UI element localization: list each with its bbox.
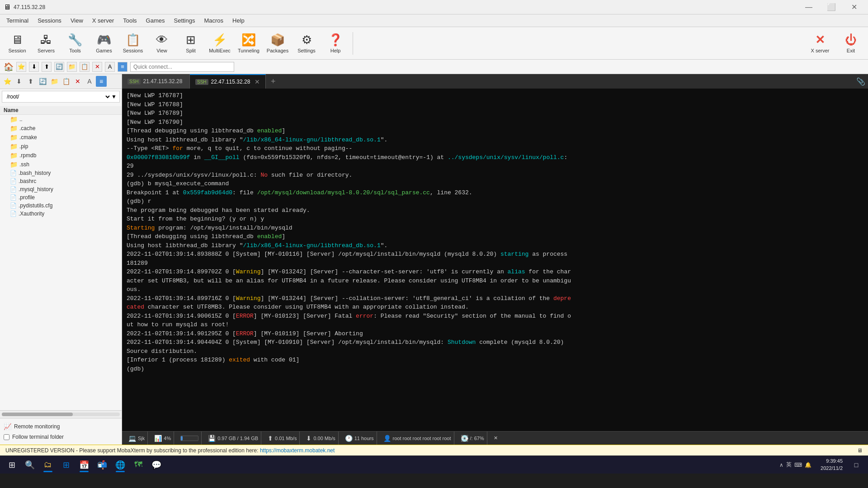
toolbar-view[interactable]: 👁 View (148, 30, 175, 57)
servers-icon: 🖧 (40, 33, 52, 47)
sidebar-star-btn[interactable]: ⭐ (2, 76, 13, 87)
toolbar-settings[interactable]: ⚙ Settings (293, 30, 320, 57)
tree-item-label: .. (19, 116, 23, 122)
status-cpu-bar (178, 432, 202, 445)
taskbar-calendar[interactable]: 📅 (76, 457, 92, 473)
status-close[interactable]: ✕ (491, 432, 500, 445)
tree-item-ssh[interactable]: 📁 .ssh (0, 160, 122, 169)
upload-button[interactable]: ⬆ (42, 62, 52, 72)
quick-connect-input[interactable] (130, 62, 234, 72)
follow-terminal-checkbox[interactable] (4, 434, 9, 440)
sidebar-delete-btn[interactable]: ✕ (72, 76, 83, 87)
tree-item-pip[interactable]: 📁 .pip (0, 142, 122, 151)
tree-item-cache[interactable]: 📁 .cache (0, 124, 122, 133)
command-button[interactable]: ≡ (118, 62, 127, 72)
tab-add-button[interactable]: + (266, 74, 280, 89)
view-toggle-button[interactable]: 📋 (80, 62, 90, 72)
tree-item-xauthority[interactable]: 📄 .Xauthority (0, 210, 122, 218)
download-button[interactable]: ⬇ (29, 62, 39, 72)
paperclip-icon[interactable]: 📎 (854, 74, 868, 89)
text-button[interactable]: A (105, 62, 115, 72)
toolbar-xserver[interactable]: ✕ X server (807, 30, 834, 57)
toolbar-multiexec[interactable]: ⚡ MultiExec (206, 30, 233, 57)
remote-monitoring-row[interactable]: 📈 Remote monitoring (4, 421, 118, 432)
tree-item-profile[interactable]: 📄 .profile (0, 193, 122, 202)
file-icon: 📄 (10, 202, 17, 209)
taskbar-browser[interactable]: 🌐 (112, 457, 128, 473)
toolbar-session[interactable]: 🖥 Session (4, 30, 31, 57)
maximize-button[interactable]: ⬜ (821, 0, 842, 14)
sidebar-list-btn[interactable]: 📋 (61, 76, 71, 87)
toolbar-help[interactable]: ❓ Help (322, 30, 349, 57)
tree-item-bash-history[interactable]: 📄 .bash_history (0, 169, 122, 177)
tree-item-label: .profile (19, 194, 35, 201)
tree-item-dotdot[interactable]: 📁 .. (0, 115, 122, 124)
notification-button[interactable]: □ (848, 457, 864, 473)
taskbar-store[interactable]: ⊞ (58, 457, 74, 473)
sidebar-scrollbar[interactable] (2, 413, 120, 416)
tree-item-pydistutils[interactable]: 📄 .pydistutils.cfg (0, 202, 122, 210)
menu-terminal[interactable]: Terminal (2, 15, 33, 26)
tab-2-close[interactable]: ✕ (255, 78, 260, 85)
sidebar-up-btn[interactable]: ⬆ (25, 76, 36, 87)
refresh-button[interactable]: 🔄 (54, 62, 64, 72)
systray-caret-icon[interactable]: ∧ (779, 462, 783, 468)
exit-label: Exit (847, 48, 855, 53)
toolbar-tunneling[interactable]: 🔀 Tunneling (235, 30, 262, 57)
term-line: Source distribution. (127, 347, 863, 356)
terminal-output[interactable]: [New LWP 176787] [New LWP 176788] [New L… (122, 89, 868, 431)
tree-item-rpmdb[interactable]: 📁 .rpmdb (0, 151, 122, 160)
toolbar-sessions[interactable]: 📋 Sessions (119, 30, 146, 57)
sidebar-menu-btn[interactable]: ≡ (96, 76, 107, 87)
sidebar-folder-btn[interactable]: 📁 (49, 76, 60, 87)
minimize-button[interactable]: — (798, 0, 819, 14)
toolbar-servers[interactable]: 🖧 Servers (33, 30, 60, 57)
tree-item-mysql-history[interactable]: 📄 .mysql_history (0, 185, 122, 193)
toolbar-exit[interactable]: ⏻ Exit (837, 30, 864, 57)
sidebar-refresh-btn[interactable]: 🔄 (37, 76, 48, 87)
search-button[interactable]: 🔍 (22, 457, 38, 473)
sidebar-text-btn[interactable]: A (84, 76, 95, 87)
menu-settings[interactable]: Settings (170, 15, 200, 26)
sidebar-down-btn[interactable]: ⬇ (14, 76, 24, 87)
sessions-icon: 📋 (126, 33, 140, 47)
toolbar-packages[interactable]: 📦 Packages (264, 30, 291, 57)
tree-item-bashrc[interactable]: 📄 .bashrc (0, 177, 122, 185)
close-button[interactable]: ✕ (844, 0, 864, 14)
status-memory: 💾 0.97 GB / 1.94 GB (205, 432, 261, 445)
tree-item-cmake[interactable]: 📁 .cmake (0, 133, 122, 142)
status-upload: ⬆ 0.01 Mb/s (265, 432, 300, 445)
taskbar-clock[interactable]: 9:39:45 2022/11/2 (817, 458, 846, 472)
toolbar-split[interactable]: ⊞ Split (177, 30, 204, 57)
taskbar-maps[interactable]: 🗺 (130, 457, 146, 473)
clock-time: 9:39:45 (821, 458, 843, 465)
menu-xserver[interactable]: X server (88, 15, 118, 26)
tools-icon: 🔧 (68, 33, 82, 47)
taskbar-messaging[interactable]: 💬 (148, 457, 165, 473)
menu-games[interactable]: Games (142, 15, 170, 26)
tab-2[interactable]: SSH 22.47.115.32.28 ✕ (190, 74, 266, 89)
status-sjk-text: Sjk (138, 436, 145, 441)
menu-help[interactable]: Help (228, 15, 249, 26)
taskbar-file-explorer[interactable]: 🗂 (40, 457, 56, 473)
status-sjk: 💻 Sjk (126, 432, 148, 445)
status-upload-text: 0.01 Mb/s (275, 436, 297, 441)
folder-path-select[interactable]: /root/ (5, 93, 111, 100)
taskbar-outlook[interactable]: 📬 (94, 457, 110, 473)
tab-1[interactable]: SSH 21.47.115.32.28 (122, 74, 190, 89)
menu-tools[interactable]: Tools (118, 15, 141, 26)
delete-button[interactable]: ✕ (92, 62, 102, 72)
unregistered-link[interactable]: https://mobaxterm.mobatek.net (260, 447, 335, 454)
multiexec-label: MultiExec (209, 48, 231, 53)
term-line: Start it from the beginning? (y or n) y (127, 215, 863, 224)
menu-sessions[interactable]: Sessions (33, 15, 66, 26)
menu-view[interactable]: View (66, 15, 88, 26)
bookmark-button[interactable]: ⭐ (16, 62, 26, 72)
start-button[interactable]: ⊞ (4, 457, 20, 473)
toolbar-games[interactable]: 🎮 Games (90, 30, 118, 57)
toolbar-tools[interactable]: 🔧 Tools (61, 30, 89, 57)
xserver-label: X server (811, 48, 830, 53)
folder-button[interactable]: 📁 (67, 62, 77, 72)
menu-macros[interactable]: Macros (199, 15, 228, 26)
folder-path[interactable]: /root/ ▼ (2, 91, 120, 103)
